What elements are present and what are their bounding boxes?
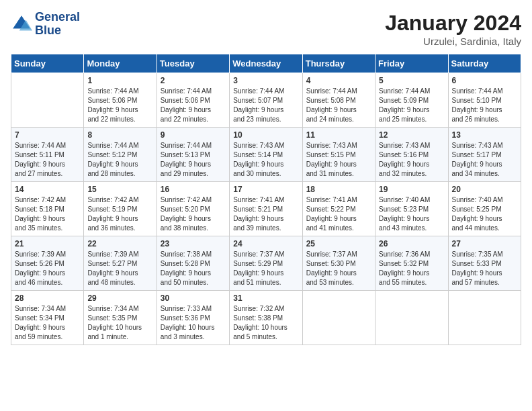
day-number: 4 — [306, 76, 371, 85]
calendar-week-row: 28Sunrise: 7:34 AM Sunset: 5:34 PM Dayli… — [11, 291, 521, 345]
day-info: Sunrise: 7:44 AM Sunset: 5:13 PM Dayligh… — [161, 141, 226, 179]
day-info: Sunrise: 7:35 AM Sunset: 5:33 PM Dayligh… — [452, 250, 517, 287]
calendar-cell: 30Sunrise: 7:33 AM Sunset: 5:36 PM Dayli… — [157, 291, 229, 345]
day-info: Sunrise: 7:33 AM Sunset: 5:36 PM Dayligh… — [161, 304, 226, 342]
day-info: Sunrise: 7:41 AM Sunset: 5:22 PM Dayligh… — [306, 195, 371, 233]
calendar-cell: 1Sunrise: 7:44 AM Sunset: 5:06 PM Daylig… — [84, 73, 157, 128]
calendar-cell: 18Sunrise: 7:41 AM Sunset: 5:22 PM Dayli… — [302, 182, 375, 236]
month-title: January 2024 — [385, 11, 521, 36]
day-number: 6 — [452, 76, 517, 85]
day-info: Sunrise: 7:44 AM Sunset: 5:06 PM Dayligh… — [161, 87, 226, 124]
day-info: Sunrise: 7:39 AM Sunset: 5:26 PM Dayligh… — [15, 250, 80, 287]
day-number: 20 — [452, 185, 517, 194]
calendar-cell: 21Sunrise: 7:39 AM Sunset: 5:26 PM Dayli… — [11, 236, 84, 291]
calendar-cell: 14Sunrise: 7:42 AM Sunset: 5:18 PM Dayli… — [11, 182, 84, 236]
day-number: 16 — [161, 185, 226, 194]
calendar-cell — [302, 291, 375, 345]
location-title: Urzulei, Sardinia, Italy — [385, 36, 521, 47]
day-info: Sunrise: 7:44 AM Sunset: 5:08 PM Dayligh… — [306, 87, 371, 124]
calendar-week-row: 21Sunrise: 7:39 AM Sunset: 5:26 PM Dayli… — [11, 236, 521, 291]
day-number: 24 — [233, 239, 298, 248]
day-info: Sunrise: 7:43 AM Sunset: 5:14 PM Dayligh… — [233, 141, 298, 179]
day-number: 31 — [233, 293, 298, 303]
calendar-cell: 17Sunrise: 7:41 AM Sunset: 5:21 PM Dayli… — [230, 182, 302, 236]
logo: General Blue — [11, 11, 80, 38]
calendar-cell: 25Sunrise: 7:37 AM Sunset: 5:30 PM Dayli… — [302, 236, 375, 291]
calendar-cell: 12Sunrise: 7:43 AM Sunset: 5:16 PM Dayli… — [375, 128, 448, 182]
calendar-cell: 5Sunrise: 7:44 AM Sunset: 5:09 PM Daylig… — [375, 73, 448, 128]
calendar-table: SundayMondayTuesdayWednesdayThursdayFrid… — [11, 54, 521, 345]
calendar-cell: 13Sunrise: 7:43 AM Sunset: 5:17 PM Dayli… — [448, 128, 521, 182]
day-info: Sunrise: 7:44 AM Sunset: 5:06 PM Dayligh… — [87, 87, 152, 124]
calendar-cell: 20Sunrise: 7:40 AM Sunset: 5:25 PM Dayli… — [448, 182, 521, 236]
day-info: Sunrise: 7:34 AM Sunset: 5:34 PM Dayligh… — [15, 304, 80, 342]
day-info: Sunrise: 7:44 AM Sunset: 5:10 PM Dayligh… — [452, 87, 517, 124]
day-number: 10 — [233, 130, 298, 140]
calendar-cell: 16Sunrise: 7:42 AM Sunset: 5:20 PM Dayli… — [157, 182, 229, 236]
calendar-cell: 2Sunrise: 7:44 AM Sunset: 5:06 PM Daylig… — [157, 73, 229, 128]
calendar-cell — [375, 291, 448, 345]
calendar-cell: 19Sunrise: 7:40 AM Sunset: 5:23 PM Dayli… — [375, 182, 448, 236]
day-info: Sunrise: 7:44 AM Sunset: 5:07 PM Dayligh… — [233, 87, 298, 124]
calendar-week-row: 1Sunrise: 7:44 AM Sunset: 5:06 PM Daylig… — [11, 73, 521, 128]
column-header-wednesday: Wednesday — [230, 54, 302, 73]
page-header: General Blue January 2024 Urzulei, Sardi… — [11, 11, 521, 47]
day-info: Sunrise: 7:37 AM Sunset: 5:30 PM Dayligh… — [306, 250, 371, 287]
day-number: 13 — [452, 130, 517, 140]
day-number: 28 — [15, 293, 80, 303]
calendar-cell: 28Sunrise: 7:34 AM Sunset: 5:34 PM Dayli… — [11, 291, 84, 345]
day-info: Sunrise: 7:44 AM Sunset: 5:11 PM Dayligh… — [15, 141, 80, 179]
day-info: Sunrise: 7:42 AM Sunset: 5:20 PM Dayligh… — [161, 195, 226, 233]
calendar-cell: 24Sunrise: 7:37 AM Sunset: 5:29 PM Dayli… — [230, 236, 302, 291]
day-info: Sunrise: 7:34 AM Sunset: 5:35 PM Dayligh… — [87, 304, 152, 342]
day-number: 30 — [161, 293, 226, 303]
day-info: Sunrise: 7:32 AM Sunset: 5:38 PM Dayligh… — [233, 304, 298, 342]
day-number: 15 — [87, 185, 152, 194]
day-info: Sunrise: 7:40 AM Sunset: 5:25 PM Dayligh… — [452, 195, 517, 233]
calendar-cell: 26Sunrise: 7:36 AM Sunset: 5:32 PM Dayli… — [375, 236, 448, 291]
calendar-cell: 22Sunrise: 7:39 AM Sunset: 5:27 PM Dayli… — [84, 236, 157, 291]
logo-icon — [11, 13, 32, 35]
calendar-cell: 3Sunrise: 7:44 AM Sunset: 5:07 PM Daylig… — [230, 73, 302, 128]
day-number: 22 — [87, 239, 152, 248]
column-header-friday: Friday — [375, 54, 448, 73]
day-number: 7 — [15, 130, 80, 140]
title-block: January 2024 Urzulei, Sardinia, Italy — [385, 11, 521, 47]
day-info: Sunrise: 7:42 AM Sunset: 5:19 PM Dayligh… — [87, 195, 152, 233]
day-number: 12 — [379, 130, 444, 140]
day-info: Sunrise: 7:42 AM Sunset: 5:18 PM Dayligh… — [15, 195, 80, 233]
day-number: 1 — [87, 76, 152, 85]
calendar-cell — [11, 73, 84, 128]
logo-text: General Blue — [35, 11, 80, 38]
day-number: 9 — [161, 130, 226, 140]
header-row: SundayMondayTuesdayWednesdayThursdayFrid… — [11, 54, 521, 73]
calendar-week-row: 14Sunrise: 7:42 AM Sunset: 5:18 PM Dayli… — [11, 182, 521, 236]
calendar-cell: 6Sunrise: 7:44 AM Sunset: 5:10 PM Daylig… — [448, 73, 521, 128]
calendar-cell: 8Sunrise: 7:44 AM Sunset: 5:12 PM Daylig… — [84, 128, 157, 182]
day-number: 17 — [233, 185, 298, 194]
day-number: 18 — [306, 185, 371, 194]
day-info: Sunrise: 7:41 AM Sunset: 5:21 PM Dayligh… — [233, 195, 298, 233]
day-info: Sunrise: 7:43 AM Sunset: 5:17 PM Dayligh… — [452, 141, 517, 179]
day-info: Sunrise: 7:44 AM Sunset: 5:12 PM Dayligh… — [87, 141, 152, 179]
day-info: Sunrise: 7:39 AM Sunset: 5:27 PM Dayligh… — [87, 250, 152, 287]
calendar-cell: 23Sunrise: 7:38 AM Sunset: 5:28 PM Dayli… — [157, 236, 229, 291]
day-number: 23 — [161, 239, 226, 248]
day-number: 19 — [379, 185, 444, 194]
calendar-cell: 29Sunrise: 7:34 AM Sunset: 5:35 PM Dayli… — [84, 291, 157, 345]
column-header-thursday: Thursday — [302, 54, 375, 73]
day-number: 25 — [306, 239, 371, 248]
day-info: Sunrise: 7:44 AM Sunset: 5:09 PM Dayligh… — [379, 87, 444, 124]
calendar-cell: 11Sunrise: 7:43 AM Sunset: 5:15 PM Dayli… — [302, 128, 375, 182]
column-header-monday: Monday — [84, 54, 157, 73]
day-info: Sunrise: 7:36 AM Sunset: 5:32 PM Dayligh… — [379, 250, 444, 287]
calendar-cell: 15Sunrise: 7:42 AM Sunset: 5:19 PM Dayli… — [84, 182, 157, 236]
calendar-cell: 7Sunrise: 7:44 AM Sunset: 5:11 PM Daylig… — [11, 128, 84, 182]
calendar-week-row: 7Sunrise: 7:44 AM Sunset: 5:11 PM Daylig… — [11, 128, 521, 182]
day-info: Sunrise: 7:38 AM Sunset: 5:28 PM Dayligh… — [161, 250, 226, 287]
column-header-saturday: Saturday — [448, 54, 521, 73]
calendar-cell: 10Sunrise: 7:43 AM Sunset: 5:14 PM Dayli… — [230, 128, 302, 182]
day-info: Sunrise: 7:43 AM Sunset: 5:15 PM Dayligh… — [306, 141, 371, 179]
logo-line2: Blue — [35, 24, 80, 38]
day-number: 5 — [379, 76, 444, 85]
